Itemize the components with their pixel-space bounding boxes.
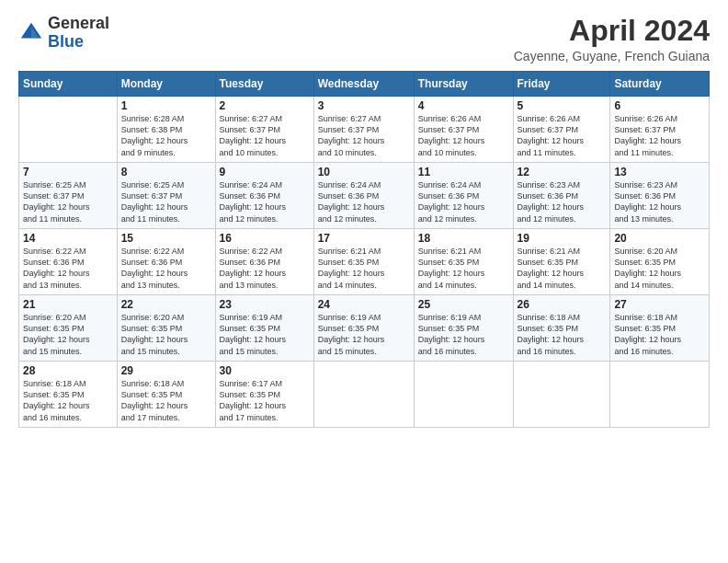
logo: General Blue: [18, 15, 109, 52]
table-row: 4Sunrise: 6:26 AM Sunset: 6:37 PM Daylig…: [414, 97, 513, 163]
day-number: 1: [121, 99, 211, 112]
day-number: 9: [220, 166, 310, 178]
day-info: Sunrise: 6:24 AM Sunset: 6:36 PM Dayligh…: [418, 179, 509, 224]
table-row: 27Sunrise: 6:18 AM Sunset: 6:35 PM Dayli…: [610, 295, 710, 362]
day-number: 5: [518, 99, 607, 112]
day-info: Sunrise: 6:24 AM Sunset: 6:36 PM Dayligh…: [318, 179, 410, 224]
table-row: [513, 362, 610, 428]
table-row: 15Sunrise: 6:22 AM Sunset: 6:36 PM Dayli…: [117, 229, 215, 295]
day-number: 15: [121, 232, 211, 245]
day-number: 7: [23, 166, 113, 178]
day-info: Sunrise: 6:27 AM Sunset: 6:37 PM Dayligh…: [318, 113, 410, 158]
logo-blue: Blue: [48, 33, 109, 52]
day-number: 4: [418, 99, 509, 112]
logo-general: General: [48, 15, 109, 33]
day-number: 17: [318, 232, 410, 245]
col-monday: Monday: [117, 72, 215, 97]
table-row: [610, 362, 710, 428]
logo-icon: [18, 20, 44, 46]
day-info: Sunrise: 6:24 AM Sunset: 6:36 PM Dayligh…: [220, 179, 310, 224]
table-row: [313, 362, 414, 428]
day-info: Sunrise: 6:22 AM Sunset: 6:36 PM Dayligh…: [23, 246, 113, 291]
day-number: 22: [121, 298, 211, 311]
table-row: [414, 362, 513, 428]
day-number: 20: [614, 232, 705, 245]
day-number: 21: [23, 298, 113, 311]
day-number: 2: [220, 99, 310, 112]
table-row: [19, 97, 118, 163]
col-wednesday: Wednesday: [313, 72, 414, 97]
day-number: 8: [121, 166, 211, 178]
calendar-week-row: 28Sunrise: 6:18 AM Sunset: 6:35 PM Dayli…: [19, 362, 710, 428]
table-row: 17Sunrise: 6:21 AM Sunset: 6:35 PM Dayli…: [313, 229, 414, 295]
main-title: April 2024: [514, 15, 710, 47]
day-number: 16: [220, 232, 310, 245]
table-row: 20Sunrise: 6:20 AM Sunset: 6:35 PM Dayli…: [610, 229, 710, 295]
table-row: 14Sunrise: 6:22 AM Sunset: 6:36 PM Dayli…: [19, 229, 118, 295]
table-row: 24Sunrise: 6:19 AM Sunset: 6:35 PM Dayli…: [313, 295, 414, 362]
day-number: 19: [518, 232, 607, 245]
day-info: Sunrise: 6:20 AM Sunset: 6:35 PM Dayligh…: [121, 312, 211, 357]
day-info: Sunrise: 6:18 AM Sunset: 6:35 PM Dayligh…: [23, 378, 113, 423]
table-row: 29Sunrise: 6:18 AM Sunset: 6:35 PM Dayli…: [117, 362, 215, 428]
table-row: 10Sunrise: 6:24 AM Sunset: 6:36 PM Dayli…: [313, 163, 414, 229]
day-number: 10: [318, 166, 410, 178]
table-row: 19Sunrise: 6:21 AM Sunset: 6:35 PM Dayli…: [513, 229, 610, 295]
day-number: 3: [318, 99, 410, 112]
header: General Blue April 2024 Cayenne, Guyane,…: [18, 15, 710, 63]
day-number: 12: [518, 166, 607, 178]
col-saturday: Saturday: [610, 72, 710, 97]
table-row: 13Sunrise: 6:23 AM Sunset: 6:36 PM Dayli…: [610, 163, 710, 229]
day-info: Sunrise: 6:18 AM Sunset: 6:35 PM Dayligh…: [614, 312, 705, 357]
table-row: 12Sunrise: 6:23 AM Sunset: 6:36 PM Dayli…: [513, 163, 610, 229]
day-number: 18: [418, 232, 509, 245]
table-row: 23Sunrise: 6:19 AM Sunset: 6:35 PM Dayli…: [215, 295, 313, 362]
day-info: Sunrise: 6:25 AM Sunset: 6:37 PM Dayligh…: [23, 179, 113, 224]
day-number: 11: [418, 166, 509, 178]
table-row: 8Sunrise: 6:25 AM Sunset: 6:37 PM Daylig…: [117, 163, 215, 229]
table-row: 26Sunrise: 6:18 AM Sunset: 6:35 PM Dayli…: [513, 295, 610, 362]
day-info: Sunrise: 6:25 AM Sunset: 6:37 PM Dayligh…: [121, 179, 211, 224]
col-sunday: Sunday: [19, 72, 118, 97]
day-number: 14: [23, 232, 113, 245]
day-info: Sunrise: 6:26 AM Sunset: 6:37 PM Dayligh…: [518, 113, 607, 158]
day-info: Sunrise: 6:26 AM Sunset: 6:37 PM Dayligh…: [418, 113, 509, 158]
day-info: Sunrise: 6:26 AM Sunset: 6:37 PM Dayligh…: [614, 113, 705, 158]
col-friday: Friday: [513, 72, 610, 97]
day-info: Sunrise: 6:22 AM Sunset: 6:36 PM Dayligh…: [220, 246, 310, 291]
table-row: 3Sunrise: 6:27 AM Sunset: 6:37 PM Daylig…: [313, 97, 414, 163]
day-info: Sunrise: 6:21 AM Sunset: 6:35 PM Dayligh…: [418, 246, 509, 291]
day-info: Sunrise: 6:21 AM Sunset: 6:35 PM Dayligh…: [318, 246, 410, 291]
day-number: 28: [23, 364, 113, 377]
day-number: 29: [121, 364, 211, 377]
day-info: Sunrise: 6:21 AM Sunset: 6:35 PM Dayligh…: [518, 246, 607, 291]
day-number: 30: [220, 364, 310, 377]
calendar-week-row: 14Sunrise: 6:22 AM Sunset: 6:36 PM Dayli…: [19, 229, 710, 295]
day-info: Sunrise: 6:19 AM Sunset: 6:35 PM Dayligh…: [418, 312, 509, 357]
table-row: 18Sunrise: 6:21 AM Sunset: 6:35 PM Dayli…: [414, 229, 513, 295]
col-thursday: Thursday: [414, 72, 513, 97]
table-row: 11Sunrise: 6:24 AM Sunset: 6:36 PM Dayli…: [414, 163, 513, 229]
day-number: 26: [518, 298, 607, 311]
calendar-table: Sunday Monday Tuesday Wednesday Thursday…: [18, 71, 710, 428]
day-info: Sunrise: 6:18 AM Sunset: 6:35 PM Dayligh…: [518, 312, 607, 357]
day-info: Sunrise: 6:23 AM Sunset: 6:36 PM Dayligh…: [614, 179, 705, 224]
calendar-week-row: 1Sunrise: 6:28 AM Sunset: 6:38 PM Daylig…: [19, 97, 710, 163]
day-info: Sunrise: 6:20 AM Sunset: 6:35 PM Dayligh…: [23, 312, 113, 357]
day-info: Sunrise: 6:22 AM Sunset: 6:36 PM Dayligh…: [121, 246, 211, 291]
table-row: 5Sunrise: 6:26 AM Sunset: 6:37 PM Daylig…: [513, 97, 610, 163]
day-number: 6: [614, 99, 705, 112]
day-number: 27: [614, 298, 705, 311]
table-row: 7Sunrise: 6:25 AM Sunset: 6:37 PM Daylig…: [19, 163, 118, 229]
table-row: 21Sunrise: 6:20 AM Sunset: 6:35 PM Dayli…: [19, 295, 118, 362]
calendar-week-row: 7Sunrise: 6:25 AM Sunset: 6:37 PM Daylig…: [19, 163, 710, 229]
day-number: 13: [614, 166, 705, 178]
table-row: 30Sunrise: 6:17 AM Sunset: 6:35 PM Dayli…: [215, 362, 313, 428]
table-row: 22Sunrise: 6:20 AM Sunset: 6:35 PM Dayli…: [117, 295, 215, 362]
day-info: Sunrise: 6:28 AM Sunset: 6:38 PM Dayligh…: [121, 113, 211, 158]
table-row: 25Sunrise: 6:19 AM Sunset: 6:35 PM Dayli…: [414, 295, 513, 362]
calendar-week-row: 21Sunrise: 6:20 AM Sunset: 6:35 PM Dayli…: [19, 295, 710, 362]
day-number: 25: [418, 298, 509, 311]
day-info: Sunrise: 6:17 AM Sunset: 6:35 PM Dayligh…: [220, 378, 310, 423]
day-info: Sunrise: 6:19 AM Sunset: 6:35 PM Dayligh…: [220, 312, 310, 357]
